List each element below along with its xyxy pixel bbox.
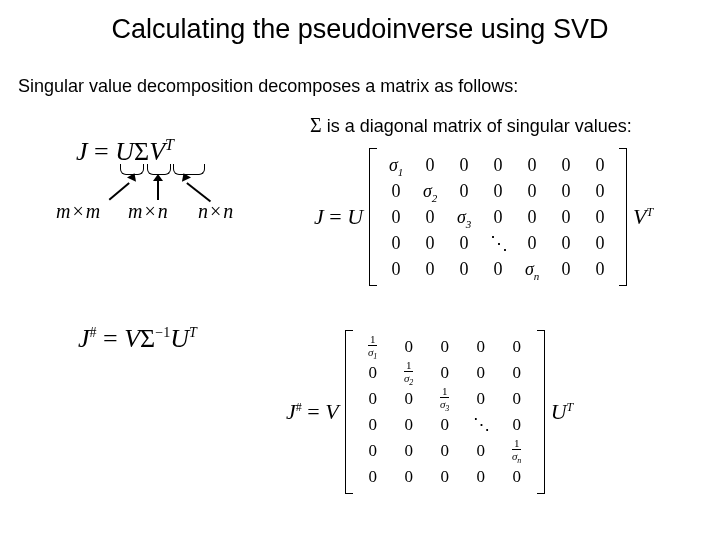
mat2-U: U [551, 399, 567, 424]
matrix-cell: 0 [549, 230, 583, 256]
matrix-cell: 0 [463, 360, 499, 386]
mat1-eq: = [324, 204, 347, 229]
matrix-cell: 0 [499, 360, 535, 386]
matrix-cell: 0 [427, 334, 463, 360]
mat2-lhs: J# = V [286, 399, 345, 425]
matrix-cell: 0 [391, 412, 427, 438]
dim-m3: m [128, 200, 142, 222]
dim-n3: n [223, 200, 233, 222]
eq2-V: V [124, 324, 140, 353]
matrix-cell: 0 [583, 256, 617, 282]
matrix-cell: 0 [583, 204, 617, 230]
matrix-cell: ⋱ [481, 230, 515, 256]
matrix-cell: 0 [499, 464, 535, 490]
matrix-cell: 0 [413, 204, 447, 230]
matrix-cell: 1σ1 [355, 334, 391, 360]
matrix-cell: 0 [355, 412, 391, 438]
matrix-eq-sigma-inv: J# = V 1σ1000001σ2000001σ300000⋱000001σn… [286, 330, 573, 494]
dim-x3: × [208, 200, 223, 222]
eq1-U: U [115, 137, 134, 166]
mat2-J: J [286, 399, 296, 424]
arrow-head-mid [153, 174, 163, 181]
eq2-eq: = [97, 324, 125, 353]
matrix-cell: 0 [463, 438, 499, 464]
matrix-cell: 0 [379, 256, 413, 282]
dim-m2: m [86, 200, 100, 222]
dim-m: m [56, 200, 70, 222]
matrix-cell: 0 [447, 152, 481, 178]
equation-pinv: J# = VΣ−1UT [78, 324, 197, 354]
matrix-cell: 0 [413, 256, 447, 282]
bracket-right-icon [537, 330, 545, 494]
dim-x: × [70, 200, 85, 222]
slide-title: Calculating the pseudoinverse using SVD [0, 14, 720, 45]
matrix-cell: 0 [427, 412, 463, 438]
mat1-T: T [647, 205, 654, 219]
eq2-J: J [78, 324, 90, 353]
mat2-T: T [567, 400, 574, 414]
matrix-cell: 0 [515, 152, 549, 178]
matrix-cell: 0 [355, 360, 391, 386]
mat1-U: U [347, 204, 363, 229]
matrix-cell: 0 [549, 152, 583, 178]
matrix-cell: 0 [583, 178, 617, 204]
eq1-J: J [76, 137, 88, 166]
matrix-cell: 0 [583, 152, 617, 178]
matrix-cell: 0 [481, 178, 515, 204]
eq2-U: U [170, 324, 189, 353]
matrix-cell: 0 [413, 152, 447, 178]
dim-label-Sigma: m×n [128, 200, 168, 223]
eq1-eq: = [88, 137, 116, 166]
mat2-eq: = [302, 399, 325, 424]
eq2-T: T [189, 325, 197, 340]
matrix-cell: 0 [379, 204, 413, 230]
matrix-cell: 0 [549, 256, 583, 282]
sigma-note-text: is a diagonal matrix of singular values: [322, 116, 632, 136]
matrix-cell: 0 [515, 204, 549, 230]
matrix-cell: 0 [427, 360, 463, 386]
sigma-inv-matrix: 1σ1000001σ2000001σ300000⋱000001σn00000 [353, 330, 537, 494]
mat1-V: V [633, 204, 646, 229]
matrix-cell: 0 [427, 438, 463, 464]
matrix-cell: 0 [447, 178, 481, 204]
sigma-note: Σ is a diagonal matrix of singular value… [310, 114, 632, 137]
matrix-cell: 0 [379, 178, 413, 204]
matrix-cell: 0 [499, 412, 535, 438]
equation-svd: J = UΣVT [76, 136, 174, 167]
arrow-line-mid [157, 178, 159, 200]
bracket-left-icon [369, 148, 377, 286]
matrix-cell: 0 [481, 152, 515, 178]
matrix-cell: 0 [549, 204, 583, 230]
matrix-cell: 0 [549, 178, 583, 204]
mat1-J: J [314, 204, 324, 229]
matrix-cell: 0 [391, 386, 427, 412]
sigma-glyph: Σ [310, 114, 322, 136]
matrix-cell: 0 [355, 464, 391, 490]
matrix-cell: σ2 [413, 178, 447, 204]
matrix-cell: 0 [463, 464, 499, 490]
matrix-cell: 0 [515, 178, 549, 204]
matrix-cell: σ1 [379, 152, 413, 178]
mat2-rhs: UT [545, 399, 574, 425]
arrow-line-left [109, 182, 130, 200]
matrix-cell: σn [515, 256, 549, 282]
matrix-eq-sigma: J = U σ10000000σ20000000σ30000000⋱000000… [314, 148, 653, 286]
matrix-cell: 0 [391, 464, 427, 490]
matrix-cell: 0 [447, 230, 481, 256]
eq2-sharp: # [90, 325, 97, 340]
matrix-cell: ⋱ [463, 412, 499, 438]
matrix-cell: 0 [499, 386, 535, 412]
matrix-cell: 0 [391, 334, 427, 360]
matrix-cell: 0 [379, 230, 413, 256]
matrix-cell: 0 [481, 256, 515, 282]
bracket-left-icon [345, 330, 353, 494]
arrow-line-right [187, 182, 212, 202]
matrix-cell: 0 [583, 230, 617, 256]
matrix-cell: 0 [413, 230, 447, 256]
mat2-V: V [325, 399, 338, 424]
matrix-cell: 0 [515, 230, 549, 256]
matrix-cell: 1σ2 [391, 360, 427, 386]
matrix-cell: 0 [355, 386, 391, 412]
matrix-cell: 0 [463, 386, 499, 412]
dim-x2: × [142, 200, 157, 222]
